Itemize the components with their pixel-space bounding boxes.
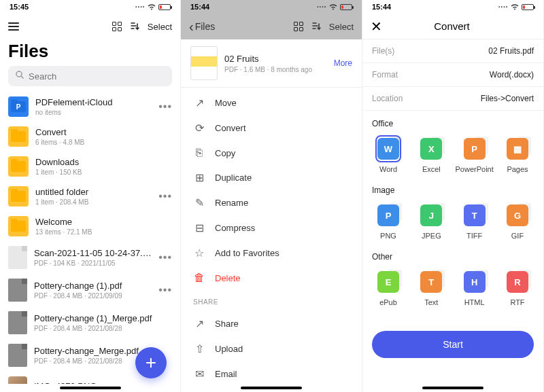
- grid-view-icon[interactable]: [112, 22, 122, 31]
- format-epub[interactable]: EePub: [372, 268, 405, 306]
- jpeg-icon: J: [420, 204, 442, 226]
- pdf-thumb-icon: [8, 246, 27, 269]
- more-icon[interactable]: •••: [158, 190, 172, 202]
- other-formats: EePubTTextHHTMLRRTF: [362, 266, 543, 310]
- folder-icon: [8, 216, 29, 236]
- battery-icon: [158, 4, 171, 10]
- word-icon: W: [377, 138, 399, 160]
- status-bar: 15:44 ····: [181, 0, 362, 14]
- add-to-favorites-icon: ☆: [193, 247, 205, 260]
- more-icon[interactable]: •••: [158, 251, 172, 264]
- action-share[interactable]: ↗Share: [181, 311, 362, 336]
- list-item[interactable]: untitled folder1 item · 208.4 MB•••: [0, 181, 180, 211]
- folder-icon: [8, 186, 29, 207]
- action-move[interactable]: ↗Move: [181, 90, 362, 115]
- format-png[interactable]: PPNG: [372, 202, 405, 240]
- share-icon: ↗: [193, 317, 205, 330]
- file-list[interactable]: PDFelement-iCloudno items••• Convert6 it…: [0, 92, 180, 384]
- status-icons: ····: [135, 3, 171, 11]
- action-compress[interactable]: ⊟Compress: [181, 215, 362, 240]
- share-actions-list: ↗Share⇧Upload✉Email⎙Print: [181, 308, 362, 392]
- status-time: 15:45: [10, 3, 29, 11]
- more-icon[interactable]: •••: [158, 284, 172, 296]
- action-email[interactable]: ✉Email: [181, 361, 362, 387]
- png-icon: P: [377, 204, 399, 226]
- action-rename[interactable]: ✎Rename: [181, 190, 362, 215]
- text-icon: T: [420, 271, 442, 293]
- file-actions-screen: 15:44 ···· ‹ Files Select 02 Fruits PDF …: [181, 0, 362, 392]
- share-section-label: SHARE: [181, 293, 362, 308]
- more-icon[interactable]: •••: [158, 380, 172, 384]
- action-delete[interactable]: 🗑Delete: [181, 266, 362, 290]
- convert-icon: ⟳: [193, 122, 205, 135]
- menu-icon[interactable]: [8, 22, 19, 31]
- search-icon: [15, 70, 24, 82]
- file-title: 02 Fruits: [224, 54, 327, 64]
- more-link[interactable]: More: [334, 58, 352, 68]
- status-time: 15:44: [372, 3, 391, 11]
- file-meta: PDF · 1.6 MB · 8 months ago: [224, 66, 327, 73]
- format-pages[interactable]: ▦Pages: [501, 135, 534, 173]
- location-info-row[interactable]: LocationFiles->Convert: [362, 87, 543, 111]
- status-time: 15:44: [190, 3, 209, 11]
- actions-list: ↗Move⟳Convert⎘Copy⊞Duplicate✎Rename⊟Comp…: [181, 88, 362, 293]
- toolbar: Select: [0, 14, 180, 39]
- start-button[interactable]: Start: [372, 331, 534, 358]
- wifi-icon: [147, 3, 156, 11]
- search-input[interactable]: [8, 66, 172, 86]
- list-item[interactable]: Pottery-change (1)_Merge.pdfPDF · 208.4 …: [0, 306, 180, 339]
- action-add-to-favorites[interactable]: ☆Add to Favorites: [181, 240, 362, 266]
- format-tiff[interactable]: TTIFF: [458, 202, 491, 240]
- duplicate-icon: ⊞: [193, 171, 205, 184]
- page-title: Files: [0, 39, 180, 66]
- html-icon: H: [464, 271, 486, 293]
- list-item[interactable]: Scan-2021-11-05 10-24-37.pdfPDF · 104 KB…: [0, 241, 180, 274]
- pages-icon: ▦: [507, 138, 528, 160]
- select-button[interactable]: Select: [148, 22, 172, 32]
- excel-icon: X: [420, 138, 442, 160]
- toolbar: ‹ Files Select: [181, 14, 362, 39]
- list-item[interactable]: Pottery-change (1).pdfPDF · 208.4 MB · 2…: [0, 274, 180, 306]
- status-bar: 15:45 ····: [0, 0, 180, 14]
- list-item[interactable]: Downloads1 item · 150 KB: [0, 152, 180, 181]
- sort-icon[interactable]: [311, 22, 321, 31]
- list-item[interactable]: Welcome13 items · 72.1 MB: [0, 211, 180, 241]
- folder-icon: [8, 126, 29, 147]
- sort-icon[interactable]: [130, 22, 139, 31]
- list-item[interactable]: PDFelement-iCloudno items•••: [0, 92, 180, 122]
- format-powerpoint[interactable]: PPowerPoint: [458, 135, 491, 173]
- other-category-label: Other: [362, 244, 543, 266]
- pdf-thumb-icon: [8, 311, 27, 334]
- close-icon[interactable]: ✕: [371, 18, 382, 35]
- format-word[interactable]: WWord: [372, 135, 405, 173]
- action-duplicate[interactable]: ⊞Duplicate: [181, 165, 362, 190]
- format-excel[interactable]: XExcel: [415, 135, 447, 173]
- office-formats: WWordXExcelPPowerPoint▦Pages: [362, 132, 543, 177]
- compress-icon: ⊟: [193, 221, 205, 234]
- tiff-icon: T: [464, 204, 486, 226]
- more-icon[interactable]: •••: [158, 101, 172, 113]
- action-convert[interactable]: ⟳Convert: [181, 115, 362, 141]
- convert-screen: 15:44 ···· ✕ Convert File(s)02 Fruits.pd…: [362, 0, 544, 392]
- selected-file[interactable]: 02 Fruits PDF · 1.6 MB · 8 months ago Mo…: [181, 39, 362, 88]
- epub-icon: E: [377, 271, 399, 293]
- format-html[interactable]: HHTML: [458, 268, 491, 306]
- format-info-row[interactable]: FormatWord(.docx): [362, 63, 543, 87]
- file-thumb-icon: [190, 46, 218, 80]
- format-jpeg[interactable]: JJPEG: [415, 202, 447, 240]
- powerpoint-icon: P: [464, 138, 486, 160]
- battery-icon: [522, 4, 534, 10]
- format-text[interactable]: TText: [415, 268, 447, 306]
- action-copy[interactable]: ⎘Copy: [181, 141, 362, 165]
- back-button[interactable]: ‹ Files: [189, 19, 215, 35]
- action-upload[interactable]: ⇧Upload: [181, 336, 362, 361]
- select-button[interactable]: Select: [329, 22, 354, 32]
- home-indicator: [60, 387, 121, 389]
- rename-icon: ✎: [193, 196, 205, 209]
- format-gif[interactable]: GGIF: [501, 202, 534, 240]
- list-item[interactable]: Convert6 items · 4.8 MB: [0, 122, 180, 152]
- add-button[interactable]: +: [135, 347, 167, 378]
- format-rtf[interactable]: RRTF: [501, 268, 534, 306]
- status-icons: ····: [317, 3, 352, 11]
- grid-view-icon[interactable]: [294, 22, 303, 31]
